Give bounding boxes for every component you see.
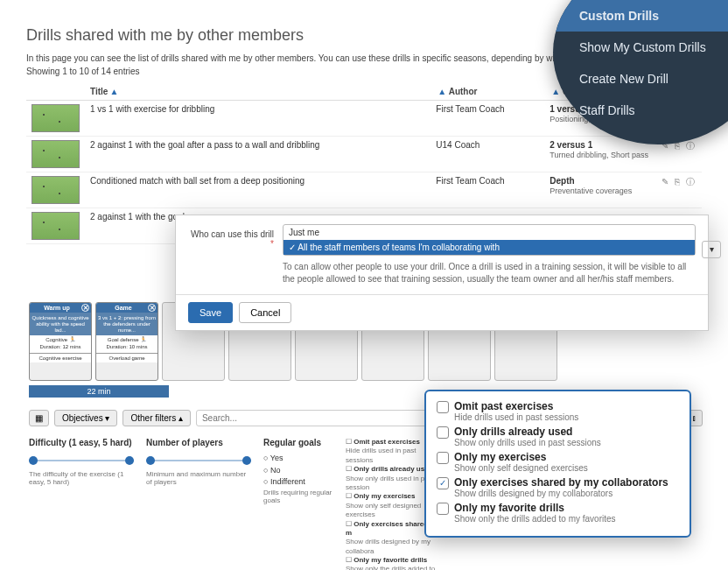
other-filters-button[interactable]: Other filters ▴ [122, 410, 190, 426]
drill-thumb [32, 104, 80, 132]
save-button[interactable]: Save [188, 302, 233, 323]
drill-card[interactable]: Warm up✕ Quickness and cognitive ability… [29, 302, 92, 381]
col-author[interactable]: ▲ Author [430, 83, 544, 101]
columns-button[interactable]: ▦ [29, 410, 49, 426]
goals-indifferent[interactable]: ○ Indifferent [263, 476, 333, 489]
checkbox-icon[interactable] [437, 452, 449, 464]
menu-custom-drills[interactable]: Custom Drills [553, 0, 728, 32]
filter-my-exercises[interactable]: Only my exercisesShow only self designed… [437, 451, 679, 473]
menu-staff-drills[interactable]: Staff Drills [579, 95, 728, 126]
checkbox-icon[interactable] [437, 401, 449, 413]
filter-shared-collab[interactable]: ✓ Only exercises shared by my collaborat… [437, 476, 679, 498]
checkbox-icon[interactable] [437, 503, 449, 515]
checkbox-icon[interactable] [437, 426, 449, 439]
drill-thumb [32, 176, 80, 204]
share-popup: Who can use this drill * Just me ✓ All t… [175, 215, 709, 331]
checkbox-icon[interactable]: ✓ [437, 477, 449, 489]
players-slider[interactable] [146, 453, 251, 468]
filter-favorites[interactable]: Only my favorite drillsShow only the dri… [437, 502, 679, 524]
menu-create-new-drill[interactable]: Create New Drill [579, 63, 728, 95]
goals-yes[interactable]: ○ Yes [263, 453, 333, 465]
cancel-button[interactable]: Cancel [239, 302, 291, 323]
drill-thumb [32, 140, 80, 168]
objectives-button[interactable]: Objectives ▾ [54, 410, 117, 426]
goals-no[interactable]: ○ No [263, 465, 333, 477]
drill-card[interactable]: Game✕ 3 vs 1 + 2: pressing from the defe… [95, 302, 158, 381]
filter-overlay: Omit past exercisesHide drills used in p… [424, 390, 691, 538]
remove-card-icon[interactable]: ✕ [81, 304, 89, 312]
col-title[interactable]: Title▲ [85, 83, 430, 101]
share-hint: To can allow other people to use your dr… [283, 261, 696, 285]
total-duration: 22 min [29, 385, 169, 398]
table-row[interactable]: Conditioned match with ball set from a d… [26, 172, 702, 208]
regular-goals-label: Regular goals [263, 438, 333, 447]
select-toggle-icon[interactable]: ▾ [702, 241, 721, 258]
who-can-use-select[interactable]: Just me ✓ All the staff members of teams… [283, 224, 696, 256]
table-row[interactable]: 2 against 1 with the goal after a pass t… [26, 137, 702, 172]
players-label: Number of players [146, 438, 251, 447]
filter-omit-past[interactable]: Omit past exercisesHide drills used in p… [437, 400, 679, 422]
row-actions[interactable]: ✎ ⎘ ⓘ [662, 176, 696, 188]
remove-card-icon[interactable]: ✕ [148, 304, 156, 312]
difficulty-label: Difficulty (1 easy, 5 hard) [29, 438, 134, 447]
drill-thumb [32, 212, 80, 240]
filter-already-used[interactable]: Only drills already usedShow only drills… [437, 426, 679, 447]
difficulty-slider[interactable] [29, 453, 134, 468]
menu-show-my-drills[interactable]: Show My Custom Drills [579, 32, 728, 63]
who-can-use-label: Who can use this drill * [188, 224, 274, 249]
